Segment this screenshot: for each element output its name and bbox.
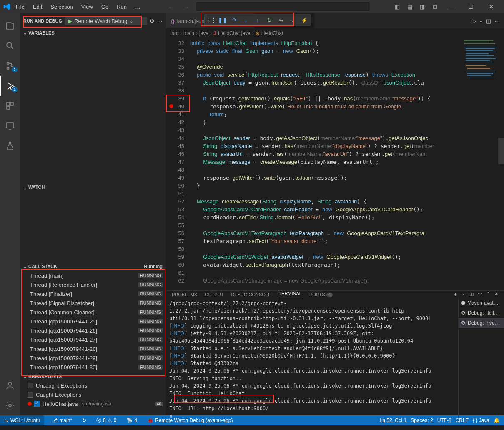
tab-more-icon[interactable]: ⋯	[494, 18, 500, 24]
activity-explorer-icon[interactable]	[0, 16, 20, 36]
terminal-debug2[interactable]: ⚙Debug: Invo…	[459, 318, 504, 328]
line-gutter[interactable]: 3233343536373839404142434445464748495051…	[166, 38, 190, 290]
kill-terminal-icon[interactable]: ⋯	[478, 291, 482, 298]
thread-row[interactable]: Thread [qtp1500079441-28]RUNNING	[20, 344, 166, 353]
terminal-output[interactable]: /grpc/grpc-context/1.27.2/grpc-context-1…	[166, 298, 458, 421]
step-over-icon[interactable]: ↷	[231, 16, 238, 24]
disconnect-icon[interactable]: ⇋	[277, 16, 285, 24]
activity-testing-icon[interactable]	[0, 136, 20, 156]
svg-rect-22	[466, 60, 490, 61]
menu-file[interactable]: File	[13, 3, 28, 11]
thread-row[interactable]: Thread [qtp1500079441-26]RUNNING	[20, 326, 166, 335]
menu-edit[interactable]: Edit	[30, 3, 45, 11]
thread-row[interactable]: Thread [Signal Dispatcher]RUNNING	[20, 298, 166, 308]
variables-header[interactable]: ⌄VARIABLES	[20, 28, 166, 38]
drag-handle-icon[interactable]: ⋮⋮	[207, 16, 215, 24]
window-close-icon[interactable]: ✕	[481, 0, 501, 13]
layout-customize-icon[interactable]: ⊞	[429, 1, 441, 12]
ports-status[interactable]: 📡4	[124, 418, 140, 423]
debug-chevron-icon[interactable]: ⌄	[289, 16, 296, 24]
notifications-icon[interactable]: 🔔	[494, 418, 500, 423]
nav-forward-icon[interactable]: →	[180, 1, 192, 12]
breadcrumbs[interactable]: src› main› java› J HelloChat.java› ⊕ Hel…	[166, 28, 504, 38]
thread-row[interactable]: Thread [Reference Handler]RUNNING	[20, 280, 166, 289]
step-into-icon[interactable]: ↓	[242, 16, 250, 24]
activity-remote-icon[interactable]	[0, 116, 20, 136]
nav-back-icon[interactable]: ←	[165, 1, 177, 12]
menu-selection[interactable]: Selection	[47, 3, 76, 11]
maximize-panel-icon[interactable]: ⌃	[486, 291, 490, 298]
checkbox-icon[interactable]	[28, 382, 33, 388]
activity-scm-icon[interactable]: 7	[0, 56, 20, 76]
thread-row[interactable]: Thread [Common-Cleaner]RUNNING	[20, 308, 166, 317]
layout-right-icon[interactable]: ◨	[416, 1, 428, 12]
encoding-status[interactable]: UTF-8	[437, 418, 451, 423]
debug-status[interactable]: 🐞Remote Watch Debug (avatar-app)	[145, 418, 235, 423]
activity-search-icon[interactable]	[0, 36, 20, 56]
thread-row[interactable]: Thread [main]RUNNING	[20, 271, 166, 280]
activity-account-icon[interactable]	[0, 375, 20, 395]
panel-problems[interactable]: PROBLEMS	[172, 292, 197, 297]
panel-debug-console[interactable]: DEBUG CONSOLE	[231, 292, 271, 297]
problems-status[interactable]: ⓧ0 ⚠0	[94, 417, 119, 424]
checkbox-icon[interactable]	[28, 392, 33, 398]
command-center[interactable]	[195, 2, 370, 12]
thread-row[interactable]: Thread [qtp1500079441-25]RUNNING	[20, 317, 166, 326]
activity-debug-icon[interactable]: 1	[0, 76, 20, 96]
eol-status[interactable]: CRLF	[456, 418, 469, 423]
checkbox-icon[interactable]	[34, 401, 40, 407]
menu-go[interactable]: Go	[98, 3, 112, 11]
cursor-pos[interactable]: Ln 52, Col 1	[380, 418, 407, 423]
lang-status[interactable]: { } Java	[473, 418, 489, 423]
indent-status[interactable]: Spaces: 2	[411, 418, 433, 423]
split-terminal-icon[interactable]: ◫	[469, 291, 474, 298]
layout-panel-icon[interactable]: ▤	[404, 1, 416, 12]
tab-launch-json[interactable]: {}launch.json	[166, 13, 210, 28]
window-minimize-icon[interactable]: —	[441, 0, 461, 13]
code-editor[interactable]: public class HelloChat implements HttpFu…	[190, 38, 462, 290]
close-panel-icon[interactable]: ✕	[494, 291, 498, 298]
activity-extensions-icon[interactable]	[0, 96, 20, 116]
bottom-panel: PROBLEMS OUTPUT DEBUG CONSOLE TERMINAL P…	[166, 290, 504, 415]
panel-output[interactable]: OUTPUT	[205, 292, 223, 297]
layout-side-icon[interactable]: ◧	[391, 1, 403, 12]
bp-file[interactable]: HelloChat.javasrc/main/java40	[20, 399, 166, 408]
thread-row[interactable]: Thread [qtp1500079441-30]RUNNING	[20, 362, 166, 372]
debug-toolbar[interactable]: ⋮⋮ ❚❚ ↷ ↓ ↑ ↻ ⇋ ⌄ ⚡	[204, 14, 311, 26]
panel-terminal[interactable]: TERMINAL	[278, 291, 302, 298]
breakpoint-marker[interactable]	[169, 104, 173, 108]
menu-run[interactable]: Run	[113, 3, 130, 11]
svg-rect-24	[466, 65, 486, 66]
window-maximize-icon[interactable]: ☐	[461, 0, 481, 13]
pause-icon[interactable]: ❚❚	[219, 16, 226, 24]
activity-settings-icon[interactable]	[0, 395, 20, 415]
debug-settings-icon[interactable]: ⚙	[150, 18, 155, 24]
panel-ports[interactable]: PORTS4	[309, 292, 333, 297]
bp-caught[interactable]: Caught Exceptions	[20, 390, 166, 399]
menu-more[interactable]: …	[132, 3, 144, 11]
thread-row[interactable]: Thread [Finalizer]RUNNING	[20, 289, 166, 298]
remote-indicator[interactable]: ⇋WSL: Ubuntu	[0, 415, 44, 425]
run-button-icon[interactable]: ▷	[472, 18, 476, 24]
watch-header[interactable]: ⌄WATCH	[20, 182, 166, 192]
breakpoints-header[interactable]: ⌄BREAKPOINTS	[20, 372, 166, 381]
minimap[interactable]	[462, 38, 504, 290]
terminal-maven[interactable]: ⬣Maven-avat…	[459, 298, 504, 308]
sync-button[interactable]: ↻	[80, 418, 89, 423]
hot-code-icon[interactable]: ⚡	[301, 16, 308, 24]
restart-icon[interactable]: ↻	[266, 16, 273, 24]
menu-view[interactable]: View	[78, 3, 96, 11]
debug-config-dropdown[interactable]: ▶ Remote Watch Debug ⌄	[65, 17, 147, 25]
thread-row[interactable]: Thread [qtp1500079441-29]RUNNING	[20, 353, 166, 362]
thread-row[interactable]: Thread [qtp1500079441-27]RUNNING	[20, 335, 166, 344]
step-out-icon[interactable]: ↑	[254, 16, 261, 24]
terminal-debug1[interactable]: ⚙Debug: Hell…	[459, 308, 504, 318]
bp-uncaught[interactable]: Uncaught Exceptions	[20, 381, 166, 390]
start-debug-icon[interactable]: ▶	[68, 18, 72, 24]
split-editor-icon[interactable]: ◫	[486, 18, 491, 24]
callstack-header[interactable]: ⌄CALL STACKRunning	[20, 262, 166, 271]
minimap-slider[interactable]	[498, 138, 504, 164]
git-branch[interactable]: ⎇main*	[49, 418, 75, 423]
new-terminal-icon[interactable]: ＋	[453, 291, 458, 298]
debug-more-icon[interactable]: ⋯	[157, 18, 163, 24]
